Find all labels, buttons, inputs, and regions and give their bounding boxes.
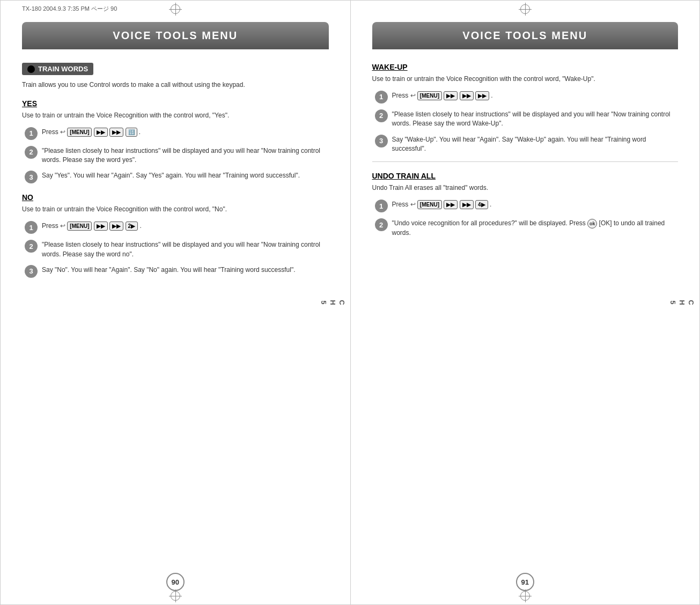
wake-up-step-3-num: 3 <box>375 135 388 147</box>
no-menu-key: [MENU] <box>67 222 92 231</box>
wake-up-step-3: 3 Say "Wake-Up". You will hear "Again". … <box>375 134 679 154</box>
back-arrow-icon: ↩ <box>60 128 65 136</box>
undo-train-all-title: UNDO TRAIN ALL <box>372 172 679 180</box>
undo-step-2-content: "Undo voice recognition for all procedur… <box>392 218 679 238</box>
wake-up-step-3-content: Say "Wake-Up". You will hear "Again". Sa… <box>392 134 679 154</box>
crosshair-bottom-left <box>169 589 182 602</box>
section-divider <box>372 161 679 162</box>
yes-step-2-num: 2 <box>25 146 38 159</box>
wake-up-title: WAKE-UP <box>372 63 679 71</box>
key-seq-1c: 🔢 <box>126 128 137 137</box>
no-key-seq-1c: 2▶ <box>126 222 138 231</box>
no-step-1: 1 Press ↩ [MENU] ▶▶ ▶▶ 2▶ . <box>25 220 329 234</box>
no-steps: 1 Press ↩ [MENU] ▶▶ ▶▶ 2▶ . 2 "Please li… <box>25 220 329 278</box>
no-step-3: 3 Say "No". You will hear "Again". Say "… <box>25 264 329 278</box>
wake-up-step-2-content: "Please listen closely to hear instructi… <box>392 109 679 129</box>
right-header-bar: VOICE TOOLS MENU <box>372 22 679 49</box>
no-step-1-content: Press ↩ [MENU] ▶▶ ▶▶ 2▶ . <box>42 220 142 231</box>
chapter-label-right: C H 5 <box>669 300 695 305</box>
menu-key: [MENU] <box>67 128 92 137</box>
wu-key-seq-1a: ▶▶ <box>444 91 458 100</box>
wake-up-steps: 1 Press ↩ [MENU] ▶▶ ▶▶ ▶▶ . 2 "Please li… <box>375 90 679 154</box>
undo-key-seq-1c: 4▶ <box>475 200 488 209</box>
yes-step-1: 1 Press ↩ [MENU] ▶▶ ▶▶ 🔢 . <box>25 127 329 140</box>
train-words-description: Train allows you to use Control words to… <box>22 80 329 90</box>
wu-key-seq-1c: ▶▶ <box>475 91 489 100</box>
left-page: TX-180 2004.9.3 7:35 PM ページ 90 VOICE TOO… <box>0 0 350 605</box>
yes-description: Use to train or untrain the Voice Recogn… <box>22 111 329 120</box>
no-step-2: 2 "Please listen closely to hear instruc… <box>25 239 329 259</box>
yes-step-3-content: Say "Yes". You will hear "Again". Say "Y… <box>42 170 300 180</box>
no-description: Use to train or untrain the Voice Recogn… <box>22 205 329 214</box>
undo-step-1-content: Press ↩ [MENU] ▶▶ ▶▶ 4▶ . <box>392 199 492 209</box>
yes-step-1-num: 1 <box>25 127 38 140</box>
undo-menu-key: [MENU] <box>417 200 442 209</box>
right-page: VOICE TOOLS MENU WAKE-UP Use to train or… <box>350 0 701 605</box>
doc-info: TX-180 2004.9.3 7:35 PM ページ 90 <box>22 5 117 13</box>
page-spread: TX-180 2004.9.3 7:35 PM ページ 90 VOICE TOO… <box>0 0 700 605</box>
wu-menu-key: [MENU] <box>417 91 442 100</box>
no-step-2-content: "Please listen closely to hear instructi… <box>42 239 329 259</box>
wake-up-step-1: 1 Press ↩ [MENU] ▶▶ ▶▶ ▶▶ . <box>375 90 679 104</box>
key-seq-1a: ▶▶ <box>94 128 108 137</box>
wake-up-step-2: 2 "Please listen closely to hear instruc… <box>375 109 679 129</box>
yes-step-3-num: 3 <box>25 171 38 183</box>
no-key-seq-1b: ▶▶ <box>109 222 123 231</box>
no-step-2-num: 2 <box>25 240 38 253</box>
chapter-label-left: C H 5 <box>320 300 346 305</box>
yes-step-2-content: "Please listen closely to hear instructi… <box>42 145 329 165</box>
train-words-label: TRAIN WORDS <box>22 63 93 75</box>
no-step-1-num: 1 <box>25 221 38 234</box>
right-page-number: 91 <box>516 573 534 591</box>
yes-step-2: 2 "Please listen closely to hear instruc… <box>25 145 329 165</box>
undo-step-1-num: 1 <box>375 200 388 212</box>
no-title: NO <box>22 193 329 202</box>
back-arrow-icon-no: ↩ <box>60 222 65 230</box>
wake-up-step-1-content: Press ↩ [MENU] ▶▶ ▶▶ ▶▶ . <box>392 90 493 100</box>
undo-step-1: 1 Press ↩ [MENU] ▶▶ ▶▶ 4▶ . <box>375 199 679 212</box>
crosshair-top-left <box>169 3 182 16</box>
no-step-3-num: 3 <box>25 265 38 278</box>
yes-title: YES <box>22 99 329 108</box>
crosshair-bottom-right <box>519 589 532 602</box>
back-arrow-icon-wu: ↩ <box>410 92 416 99</box>
undo-key-seq-1b: ▶▶ <box>460 200 474 209</box>
wake-up-step-1-num: 1 <box>375 91 388 104</box>
back-arrow-icon-undo: ↩ <box>410 201 416 208</box>
right-header-title: VOICE TOOLS MENU <box>372 29 679 42</box>
undo-key-seq-1a: ▶▶ <box>444 200 458 209</box>
undo-train-all-description: Undo Train All erases all "trained" word… <box>372 183 679 193</box>
yes-steps: 1 Press ↩ [MENU] ▶▶ ▶▶ 🔢 . 2 "Please lis… <box>25 127 329 184</box>
key-seq-1b: ▶▶ <box>109 128 123 137</box>
left-header-bar: VOICE TOOLS MENU <box>22 22 329 49</box>
crosshair-top-right <box>519 3 532 16</box>
yes-step-3: 3 Say "Yes". You will hear "Again". Say … <box>25 170 329 183</box>
wake-up-step-2-num: 2 <box>375 109 388 122</box>
undo-steps: 1 Press ↩ [MENU] ▶▶ ▶▶ 4▶ . 2 "Undo voic… <box>375 199 679 238</box>
no-step-3-content: Say "No". You will hear "Again". Say "No… <box>42 264 296 275</box>
wake-up-description: Use to train or untrain the Voice Recogn… <box>372 75 679 84</box>
bullet-icon <box>27 65 35 73</box>
undo-step-2: 2 "Undo voice recognition for all proced… <box>375 218 679 238</box>
wu-key-seq-1b: ▶▶ <box>460 91 474 100</box>
ok-icon: ok <box>587 219 597 228</box>
undo-step-2-num: 2 <box>375 218 388 231</box>
left-page-number: 90 <box>166 573 185 591</box>
yes-step-1-content: Press ↩ [MENU] ▶▶ ▶▶ 🔢 . <box>42 127 141 137</box>
left-header-title: VOICE TOOLS MENU <box>22 29 329 42</box>
no-key-seq-1a: ▶▶ <box>94 222 108 231</box>
